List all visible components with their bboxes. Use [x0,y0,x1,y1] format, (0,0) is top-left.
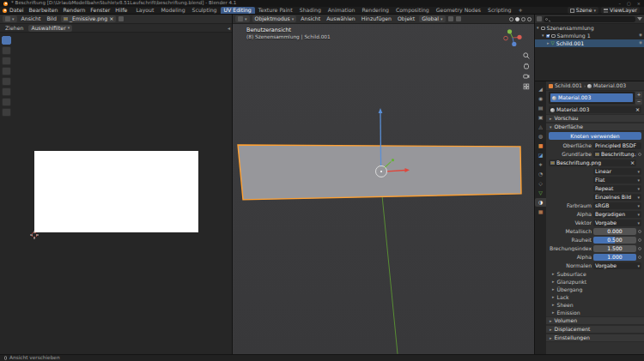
move-gizmo-y-handle[interactable] [392,159,394,161]
snap-magnet-icon[interactable] [448,16,453,21]
proportional-edit-icon[interactable] [456,16,461,21]
interpolation-dropdown[interactable]: Linear ▾ [593,168,641,175]
tab-shading[interactable]: Shading [296,7,325,14]
metallic-slider[interactable]: 0.000 [593,228,636,235]
hide-viewport-eye-icon[interactable]: ◉ [639,41,642,45]
tab-scripting[interactable]: Scripting [484,7,515,14]
outliner-row-scene-collection[interactable]: ▾ Szenensammlung [535,24,644,32]
tool-rotate[interactable] [2,77,11,86]
select-filter-dropdown[interactable]: Auswahlfilter ▾ [28,25,72,32]
navigation-gizmo[interactable] [503,28,522,50]
specular-section[interactable]: ▸ Glanzpunkt [546,278,644,286]
move-gizmo-z-axis[interactable] [380,112,381,166]
camera-view-button[interactable] [523,73,530,80]
chevron-down-icon[interactable]: ▾ [537,26,539,30]
editor-type-selector[interactable]: ▾ [235,15,250,22]
remove-slot-button[interactable]: − [635,99,642,105]
tab-particles[interactable]: ∗ [535,160,546,169]
uv-menu-image[interactable]: Bild [45,16,58,21]
filter-icon[interactable] [637,17,642,21]
hide-viewport-eye-icon[interactable]: ◉ [639,33,642,38]
material-name-field[interactable]: Material.003 [556,107,634,112]
pan-hand-button[interactable] [523,63,530,69]
image-datablock-selector[interactable]: _Emissive.png × [61,15,116,22]
uv-menu-view[interactable]: Ansicht [20,16,43,21]
shading-solid-button[interactable] [515,17,519,21]
sign-plane-mesh[interactable] [238,145,521,200]
tab-render[interactable]: ◉ [535,94,546,103]
collection-checkbox[interactable] [546,34,550,38]
tab-view-layer[interactable]: ▣ [535,113,546,122]
move-gizmo-z-arrowhead[interactable] [379,108,383,113]
unlink-image-button[interactable]: × [109,16,113,21]
volume-panel-header[interactable]: ▸ Volumen [546,316,644,325]
tab-texture[interactable]: ▦ [535,208,546,216]
tab-world[interactable]: ◍ [535,132,546,141]
vp-menu-select[interactable]: Auswählen [325,16,357,21]
colorspace-dropdown[interactable]: sRGB ▾ [593,202,641,209]
preview-panel-header[interactable]: ▸ Vorschau [546,114,644,123]
perspective-toggle-button[interactable] [523,83,530,90]
viewlayer-selector[interactable]: ViewLayer [601,7,640,14]
vp-menu-view[interactable]: Ansicht [299,16,322,21]
base-color-input[interactable]: Beschriftung.png [593,151,636,158]
tab-material[interactable]: ◑ [535,198,546,207]
titlebar[interactable]: * Beschriftung [D:\UrlaubModellbahnStuhl… [0,0,644,7]
transmission-section[interactable]: ▸ Übergang [546,286,644,293]
use-nodes-button[interactable]: Knoten verwenden [549,132,641,140]
chevron-right-icon[interactable]: ▸ [547,41,550,45]
tab-output[interactable]: ▤ [535,104,546,112]
source-dropdown[interactable]: Einzelnes Bild ▾ [593,194,641,201]
vp-menu-add[interactable]: Hinzufügen [360,16,393,21]
menu-file[interactable]: Datei [7,8,27,13]
collection-label[interactable]: Sammlung 1 [557,33,591,39]
alpha-slider[interactable]: 1.000 [593,254,636,261]
tab-sculpting[interactable]: Sculpting [189,7,221,14]
maximize-button[interactable]: ▢ [627,2,631,6]
tab-tool[interactable]: ◢ [535,85,546,93]
tool-annotate[interactable] [2,98,11,106]
shading-wireframe-button[interactable] [509,17,513,21]
transform-orientation-selector[interactable]: Global ▾ [419,15,445,22]
vector-dropdown[interactable]: Vorgabe ▾ [593,220,641,226]
tab-texture-paint[interactable]: Texture Paint [255,7,296,14]
shading-rendered-button[interactable] [527,17,532,21]
coat-section[interactable]: ▸ Lack [546,293,644,301]
projection-dropdown[interactable]: Flat ▾ [593,177,641,184]
outliner-row-collection[interactable]: ▾ Sammlung 1 ◉ [535,32,644,39]
blender-menu-icon[interactable] [3,9,7,13]
gizmo-z-ball[interactable] [512,42,516,46]
menu-window[interactable]: Fenster [88,8,112,13]
minimize-button[interactable]: – [619,2,622,6]
menu-edit[interactable]: Bearbeiten [27,8,61,13]
tab-constraints[interactable]: ◇ [535,179,546,188]
decorator-dot[interactable] [638,230,641,233]
tab-layout[interactable]: Layout [132,7,157,14]
outliner-icon[interactable] [537,16,542,21]
tool-move[interactable] [2,67,11,75]
viewport-canvas[interactable] [233,24,534,354]
add-workspace-button[interactable]: + [515,7,526,14]
tab-uv-editing[interactable]: UV Editing [221,7,255,14]
image-datablock-selector[interactable]: Beschriftung.png × [549,159,636,166]
outliner-search-input[interactable] [544,16,635,22]
menu-help[interactable]: Hilfe [112,8,130,13]
tab-rendering[interactable]: Rendering [358,7,392,14]
alpha-mode-dropdown[interactable]: Begradigen ▾ [593,211,641,218]
sheen-section[interactable]: ▸ Sheen [546,301,644,309]
menu-render[interactable]: Rendern [61,8,88,13]
object-label[interactable]: Schild.001 [556,41,584,46]
pin-icon[interactable] [118,16,124,21]
mode-selector[interactable]: Objektmodus ▾ [252,15,297,22]
zoom-button[interactable] [523,52,530,59]
tab-modeling[interactable]: Modeling [157,7,188,14]
surface-panel-header[interactable]: ▾ Oberfläche [546,123,644,131]
tab-physics[interactable]: ◔ [535,170,546,178]
roughness-slider[interactable]: 0.500 [593,237,636,244]
chevron-down-icon[interactable]: ▾ [542,33,544,38]
decorator-dot[interactable] [638,153,641,156]
scene-collection-label[interactable]: Szenensammlung [547,26,594,31]
settings-panel-header[interactable]: ▸ Einstellungen [546,334,644,342]
ior-field[interactable]: 1.500 [593,245,636,252]
displacement-panel-header[interactable]: ▸ Displacement [546,325,644,334]
